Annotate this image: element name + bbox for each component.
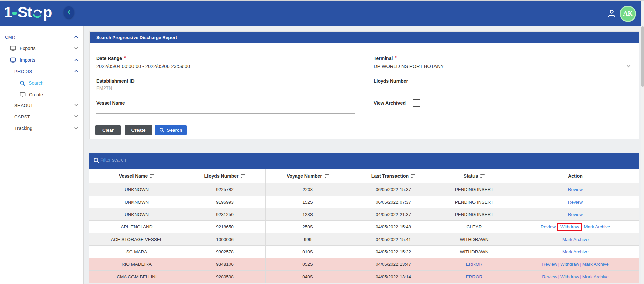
sort-icon[interactable] [480,174,485,178]
lloyds-number-cell: 1000006 [184,233,265,245]
scrollbar-thumb[interactable] [641,26,644,87]
lloyds-number-cell: 9225782 [184,183,265,196]
vessel-name-cell: SC MARA [89,246,184,258]
status-cell: WITHDRAWN [437,246,512,258]
sidebar-item-prodis[interactable]: PRODIS [0,68,84,75]
sidebar-item-seaout[interactable]: SEAOUT [0,102,84,109]
date-range-input[interactable] [96,63,355,70]
action-cell: Review|Withdraw|Mark Archive [512,271,639,283]
vessel-name-cell: UNKNOWN [89,196,184,208]
mark-archive-link[interactable]: Mark Archive [582,274,609,279]
sidebar-item-exports[interactable]: Exports [0,45,84,52]
chevron-down-icon [74,103,79,108]
mark-archive-link[interactable]: Mark Archive [562,237,589,242]
sort-icon[interactable] [150,174,154,178]
review-link[interactable]: Review [542,262,557,267]
status-cell: PENDING INSERT [437,196,512,208]
vessel-name-cell: APL ENGLAND [89,221,184,233]
monitor-icon [20,92,26,98]
status-cell: CLEAR [437,221,512,233]
lloyds-number-cell: 9231250 [184,208,265,220]
sidebar-item-imports[interactable]: Imports [0,56,84,64]
search-panel: Search Progressive Discharge Report Date… [89,31,639,139]
vessel-name-cell: CMA CGM BELLINI [89,271,184,283]
column-header-label: Status [464,173,478,179]
review-link[interactable]: Review [568,187,583,192]
dropdown-chevron-icon[interactable] [626,65,631,68]
chevron-up-icon [74,35,79,40]
last-transaction-cell: 04/05/2022 15:22 [350,246,437,258]
onestop-logo[interactable]: 1St p [4,4,52,21]
last-transaction-cell: 06/05/2022 15:37 [350,183,437,196]
chevron-up-icon [74,58,79,63]
sort-icon[interactable] [411,174,415,178]
action-cell: Review|Withdraw|Mark Archive [512,258,639,270]
column-header-label: Action [568,173,583,179]
mark-archive-link[interactable]: Mark Archive [582,262,609,267]
sidebar-item-label: Imports [20,57,35,63]
sort-icon[interactable] [325,174,329,178]
establishment-id-input: FM27N [96,85,355,92]
search-button[interactable]: Search [155,125,187,135]
logo-hyphen [12,12,17,15]
column-header-voyage-number[interactable]: Voyage Number [265,169,350,183]
sidebar-item-label: CMR [5,35,15,40]
user-account-icon[interactable] [607,9,617,19]
filter-search-input[interactable] [100,157,146,163]
sidebar-item-label: Exports [20,46,35,51]
withdraw-link[interactable]: Withdraw [560,224,579,229]
sort-icon[interactable] [241,174,245,178]
sidebar-item-cmr[interactable]: CMR [0,33,84,41]
review-link[interactable]: Review [542,274,557,279]
action-cell: Review [512,183,639,196]
sidebar-item-carst[interactable]: CARST [0,113,84,120]
column-header-label: Last Transaction [371,173,409,179]
table-filter-bar [89,153,639,169]
sidebar-item-create[interactable]: Create [0,91,84,98]
lloyds-number-cell: 9218650 [184,221,265,233]
lloyds-number-label: Lloyds Number [374,78,408,84]
column-header-status[interactable]: Status [437,169,512,183]
create-button[interactable]: Create [125,125,152,135]
sidebar-item-search[interactable]: Search [0,79,84,87]
action-separator: | [558,274,559,279]
table-row: RIO MADEIRA9348106052S04/05/2022 13:47ER… [89,258,639,271]
action-separator: | [558,262,559,267]
lloyds-number-input[interactable] [374,85,635,92]
clear-button[interactable]: Clear [95,125,121,135]
sidebar-collapse-button[interactable] [64,6,74,19]
review-link[interactable]: Review [568,212,583,217]
last-transaction-cell: 04/05/2022 21:37 [350,208,437,220]
terminal-select[interactable]: DP WORLD NS PORT BOTANY [374,63,635,70]
mark-archive-link[interactable]: Mark Archive [562,249,589,254]
review-link[interactable]: Review [568,200,583,205]
view-archived-checkbox[interactable] [413,99,420,107]
column-header-vessel-name[interactable]: Vessel Name [89,169,184,183]
chevron-up-icon [74,69,79,74]
logo-cycle-o-icon [32,8,43,19]
vertical-scrollbar[interactable] [641,1,644,284]
table-row: SC MARA9302578010S04/05/2022 15:22WITHDR… [89,246,639,258]
column-header-lloyds-number[interactable]: Lloyds Number [184,169,265,183]
monitor-icon [10,57,16,63]
mark-archive-link[interactable]: Mark Archive [584,224,610,229]
vessel-name-cell: UNKNOWN [89,208,184,220]
avatar[interactable]: AK [620,6,636,22]
status-cell: WITHDRAWN [437,233,512,245]
date-range-label: Date Range* [96,56,126,61]
app-header: 1St p AK [0,1,641,26]
required-asterisk: * [124,55,126,60]
sidebar-item-label: Search [29,80,43,86]
vessel-name-cell: UNKNOWN [89,183,184,196]
column-header-last-transaction[interactable]: Last Transaction [350,169,437,183]
withdraw-link[interactable]: Withdraw [560,262,579,267]
table-row: APL ENGLAND9218650250S04/05/2022 15:48CL… [89,221,639,233]
sidebar-item-tracking[interactable]: Tracking [0,125,84,132]
lloyds-number-cell: 9348106 [184,258,265,270]
withdraw-link[interactable]: Withdraw [560,274,579,279]
sidebar-item-label: CARST [14,114,30,119]
vessel-name-input[interactable] [96,107,355,114]
review-link[interactable]: Review [541,224,556,229]
search-icon [20,80,25,86]
results-table: Vessel NameLloyds NumberVoyage NumberLas… [89,153,639,283]
